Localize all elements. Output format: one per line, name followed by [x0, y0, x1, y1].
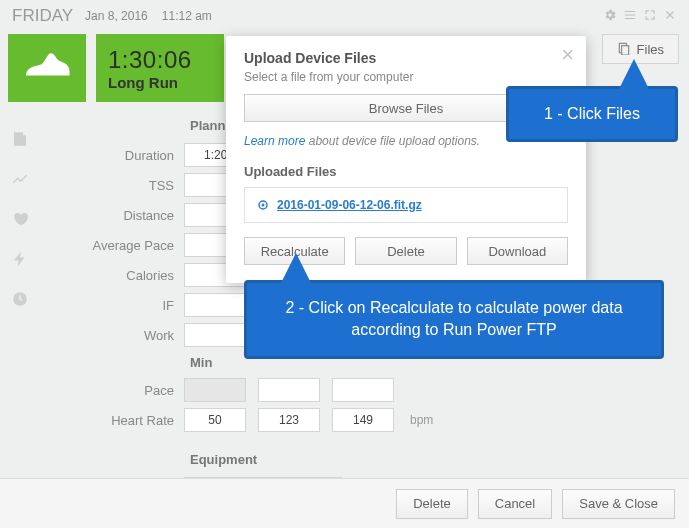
uploaded-files-header: Uploaded Files [244, 164, 568, 179]
callout-2-text: 2 - Click on Recalculate to calculate po… [285, 299, 622, 338]
label-pace: Pace [40, 383, 184, 398]
label-heart-rate: Heart Rate [40, 413, 184, 428]
label-tss: TSS [40, 178, 184, 193]
save-close-button[interactable]: Save & Close [562, 489, 675, 519]
running-shoe-icon [23, 48, 71, 88]
callout-1-text: 1 - Click Files [544, 105, 640, 122]
svg-rect-1 [621, 45, 628, 54]
col-min: Min [190, 355, 252, 370]
files-button-label: Files [637, 42, 664, 57]
upload-dialog: × Upload Device Files Select a file from… [226, 36, 586, 283]
learn-more-link[interactable]: Learn more [244, 134, 305, 148]
sidebar [0, 110, 40, 515]
summary-tab-icon[interactable] [11, 130, 29, 148]
callout-1: 1 - Click Files [506, 86, 678, 142]
input-pace-max[interactable] [332, 378, 394, 402]
header-icons [603, 8, 677, 25]
files-icon [617, 41, 631, 58]
time-tab-icon[interactable] [11, 290, 29, 308]
unit-bpm: bpm [410, 413, 433, 427]
label-calories: Calories [40, 268, 184, 283]
input-hr-min[interactable] [184, 408, 246, 432]
input-pace-min [184, 378, 246, 402]
dialog-footer: Delete Cancel Save & Close [0, 478, 689, 528]
label-duration: Duration [40, 148, 184, 163]
dialog-title: Upload Device Files [244, 50, 568, 66]
time-label: 11:12 am [162, 9, 212, 23]
equipment-header: Equipment [40, 444, 669, 475]
svg-point-4 [262, 204, 265, 207]
dialog-delete-button[interactable]: Delete [355, 237, 456, 265]
dialog-close-icon[interactable]: × [561, 44, 574, 66]
activity-type-icon [8, 34, 86, 102]
input-pace-avg[interactable] [258, 378, 320, 402]
learn-more-rest: about device file upload options. [305, 134, 480, 148]
file-bullet-icon [257, 199, 269, 211]
uploaded-file-link[interactable]: 2016-01-09-06-12-06.fit.gz [277, 198, 422, 212]
input-hr-avg[interactable] [258, 408, 320, 432]
activity-meta: 1:30:06 Long Run [96, 34, 224, 102]
callout-2: 2 - Click on Recalculate to calculate po… [244, 280, 664, 359]
menu-icon[interactable] [623, 8, 637, 25]
label-if: IF [40, 298, 184, 313]
label-avg-pace: Average Pace [40, 238, 184, 253]
download-button[interactable]: Download [467, 237, 568, 265]
label-work: Work [40, 328, 184, 343]
dialog-subtitle: Select a file from your computer [244, 70, 568, 84]
chart-tab-icon[interactable] [11, 170, 29, 188]
delete-button[interactable]: Delete [396, 489, 468, 519]
activity-duration: 1:30:06 [108, 46, 212, 74]
expand-icon[interactable] [643, 8, 657, 25]
day-label: FRIDAY [12, 6, 73, 26]
cancel-button[interactable]: Cancel [478, 489, 552, 519]
window-header: FRIDAY Jan 8, 2016 11:12 am [0, 0, 689, 30]
gear-icon[interactable] [603, 8, 617, 25]
uploaded-file-row: 2016-01-09-06-12-06.fit.gz [244, 187, 568, 223]
power-tab-icon[interactable] [11, 250, 29, 268]
heart-tab-icon[interactable] [11, 210, 29, 228]
activity-name: Long Run [108, 74, 212, 91]
input-hr-max[interactable] [332, 408, 394, 432]
date-label: Jan 8, 2016 [85, 9, 148, 23]
close-icon[interactable] [663, 8, 677, 25]
label-distance: Distance [40, 208, 184, 223]
